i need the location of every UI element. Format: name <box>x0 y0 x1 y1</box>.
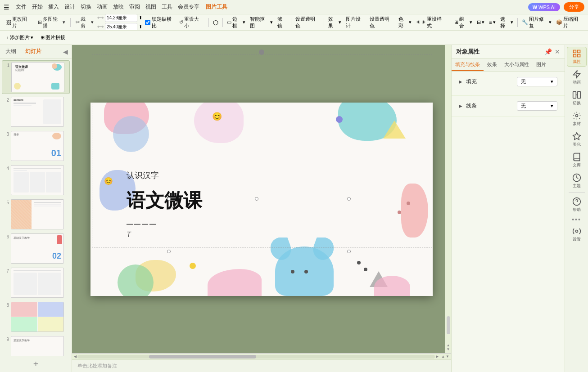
slide-item-9[interactable]: 9 某某汉字教学 <box>2 335 70 356</box>
color-btn[interactable]: 色彩 ▾ <box>397 15 413 30</box>
outline-tab[interactable]: 大纲 <box>4 47 18 56</box>
menu-start[interactable]: 开始 <box>29 2 45 12</box>
page-up-btn[interactable]: ▲ <box>441 354 445 359</box>
compress-btn[interactable]: 📦 压缩图片 <box>554 15 584 30</box>
multi-image-btn[interactable]: ⊞ 多图轮播 ▾ <box>35 15 68 30</box>
fill-select[interactable]: 无 ▾ <box>517 77 557 86</box>
material-icon[interactable]: 素材 <box>567 109 587 129</box>
slide-item-7[interactable]: 7 <box>2 266 70 299</box>
material-svg-icon <box>572 111 581 120</box>
transparency-btn[interactable]: 设置透明色 <box>294 15 321 30</box>
collapse-btn[interactable]: ◀ <box>63 48 68 55</box>
pin-icon[interactable]: 📌 <box>544 48 552 55</box>
scroll-left-btn[interactable]: ◀ <box>74 354 77 359</box>
slide-t-label[interactable]: T <box>127 231 131 239</box>
animation-icon[interactable]: 动画 <box>567 67 587 87</box>
transp-color-btn[interactable]: 设置透明色 <box>368 15 396 30</box>
slide-item-4[interactable]: 4 <box>2 164 70 197</box>
effect-tab[interactable]: 效果 <box>484 59 501 71</box>
reset-icon: ↺ <box>179 19 183 25</box>
mosaic-btn[interactable]: ⊞ 图片拼接 <box>38 33 68 42</box>
menu-design[interactable]: 设计 <box>62 2 78 12</box>
menu-slideshow[interactable]: 放映 <box>110 2 127 12</box>
fill-expand-icon[interactable]: ▶ <box>459 79 462 84</box>
picture-tab[interactable]: 图片 <box>533 59 550 71</box>
menu-review[interactable]: 审阅 <box>127 2 143 12</box>
menu-tools[interactable]: 工具 <box>159 2 175 12</box>
slide-item-5[interactable]: 5 <box>2 198 70 231</box>
adjust-btn[interactable]: ☀☀ 重设样式 <box>414 15 448 30</box>
slide-item-2[interactable]: 2 content <box>2 95 70 128</box>
size-props-tab[interactable]: 大小与属性 <box>501 59 533 71</box>
close-panel-icon[interactable]: ✕ <box>555 48 560 55</box>
slide-item-1[interactable]: 1 语文微课 认识汉字 <box>2 60 70 94</box>
menu-insert[interactable]: 插入 <box>45 2 62 12</box>
scroll-right-btn[interactable]: ▶ <box>436 354 439 359</box>
shape-icon-btn[interactable]: ⬡ <box>211 18 220 27</box>
theme-icon[interactable]: 主题 <box>567 171 587 191</box>
slide-item-6[interactable]: 6 基础汉字教学 02 <box>2 232 70 265</box>
slide-num-2: 2 <box>3 98 9 103</box>
design-btn[interactable]: 图片设计 <box>344 15 367 30</box>
scroll-up-btn[interactable]: ▲ <box>447 343 450 347</box>
notes-placeholder[interactable]: 单击此处添加备注 <box>77 363 117 369</box>
help-icon[interactable]: 帮助 <box>567 195 587 215</box>
slide-num-6: 6 <box>3 234 9 239</box>
app-menu-icon[interactable]: ☰ <box>4 4 9 11</box>
menu-view[interactable]: 视图 <box>143 2 159 12</box>
smart-crop-btn[interactable]: 智能抠图 ▾ <box>248 15 275 30</box>
h-scrollbar-track[interactable] <box>77 355 435 359</box>
slide-title[interactable]: 语文微课 <box>127 188 202 213</box>
slide-item-3[interactable]: 3 目录 01 <box>2 130 70 162</box>
share-button[interactable]: 分享 <box>564 2 584 12</box>
width-input[interactable] <box>105 14 137 22</box>
more-options-icon[interactable]: ••• <box>567 215 587 224</box>
align-btn[interactable]: ≡▾ <box>487 18 497 26</box>
menu-animation[interactable]: 动画 <box>94 2 110 12</box>
page-down-btn[interactable]: ▼ <box>446 354 449 359</box>
library-icon[interactable]: 文库 <box>567 150 587 170</box>
properties-svg-icon <box>572 49 581 58</box>
rotation-handle[interactable] <box>259 49 264 55</box>
group-btn[interactable]: ⊞ 组合 ▾ <box>452 15 474 30</box>
menu-file[interactable]: 文件 <box>13 2 29 12</box>
effect-btn[interactable]: 效果 ▾ <box>326 15 343 30</box>
beautify-icon[interactable]: 美化 <box>567 130 587 149</box>
mirror-btn[interactable]: 滤镜 <box>276 15 289 30</box>
width-spinner[interactable]: ⬆ <box>139 15 142 20</box>
properties-icon[interactable]: 属性 <box>567 47 587 67</box>
crop-icon: ✂ <box>76 19 80 25</box>
add-image-btn[interactable]: + 添加图片 ▾ <box>4 33 36 42</box>
add-image-icon: + <box>6 35 9 40</box>
menu-transition[interactable]: 切换 <box>78 2 94 12</box>
svg-rect-5 <box>577 91 580 98</box>
scrollbar-thumb[interactable] <box>447 316 450 334</box>
scroll-down-btn[interactable]: ▼ <box>447 347 450 351</box>
height-input[interactable] <box>105 23 137 31</box>
transition-icon[interactable]: 切换 <box>567 88 587 108</box>
reset-size-btn[interactable]: ↺ 重设大小 <box>176 15 206 30</box>
select-dd: ▾ <box>511 19 513 25</box>
lock-ratio-checkbox[interactable] <box>145 20 150 25</box>
height-spinner[interactable]: ⬆ <box>139 24 142 29</box>
wps-ai-button[interactable]: W WPS AI <box>528 3 560 11</box>
slide-item-8[interactable]: 8 <box>2 300 70 333</box>
menu-member[interactable]: 会员专享 <box>175 2 202 12</box>
smart-dd: ▾ <box>270 19 273 25</box>
library-svg-icon <box>572 152 581 161</box>
line-select[interactable]: 无 ▾ <box>517 101 557 111</box>
fill-stroke-tab[interactable]: 填充与线条 <box>452 59 484 71</box>
line-expand-icon[interactable]: ▶ <box>459 103 462 108</box>
select-btn[interactable]: 选择 ▾ <box>498 15 515 30</box>
fill-dd-icon: ▾ <box>551 79 553 85</box>
lock-ratio-label: 锁定纵横比 <box>152 16 176 29</box>
settings-icon[interactable]: 设置 <box>567 224 587 244</box>
fix-image-btn[interactable]: 🔧 图片修复 ▾ <box>520 15 553 30</box>
menu-picture-tools[interactable]: 图片工具 <box>202 2 231 12</box>
add-slide-button[interactable]: + <box>0 356 72 372</box>
border-btn[interactable]: ▭ 边框 ▾ <box>225 15 247 30</box>
align-arrange-btn[interactable]: ⊟▾ <box>475 18 486 26</box>
crop-btn[interactable]: ✂ 裁剪 ▾ <box>73 15 96 30</box>
slides-tab[interactable]: 幻灯片 <box>23 47 43 56</box>
change-image-btn[interactable]: 🖼 更改图片 <box>4 15 34 30</box>
